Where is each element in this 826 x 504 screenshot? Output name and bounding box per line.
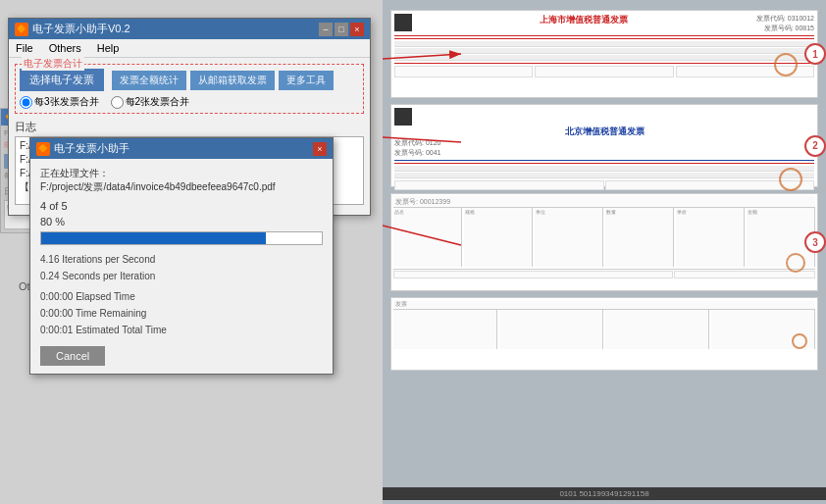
invoice-section: 电子发票合计 选择电子发票 发票全额统计 从邮箱获取发票 更多工具 每3张发票合…: [15, 64, 364, 114]
maximize-button[interactable]: □: [335, 23, 348, 36]
titlebar-controls: – □ ×: [319, 23, 364, 36]
inv-4-col-1: [393, 310, 497, 349]
log-label: 日志: [15, 120, 364, 134]
current-file: F:/project/发票/data4/invoice4b49dbeefeea9…: [40, 181, 276, 192]
invoice-row-1: 上海市增值税普通发票 发票代码: 0310012 发票号码: 00815: [390, 10, 818, 98]
progress-content: 正在处理文件： F:/project/发票/data4/invoice4b49d…: [30, 159, 333, 374]
inv-line-3: [394, 55, 814, 61]
fetch-button[interactable]: 从邮箱获取发票: [190, 71, 275, 90]
left-panel: 🔶 电子发票小助手 File Othe... 电子发票 选择电子发票 每3张 日…: [0, 0, 383, 504]
invoice-1-title: 上海市增值税普通发票: [412, 14, 756, 26]
titlebar-left: 🔶 电子发票小助手V0.2: [15, 22, 130, 36]
invoice-thumb-1: 上海市增值税普通发票 发票代码: 0310012 发票号码: 00815: [390, 10, 818, 98]
minimize-button[interactable]: –: [319, 23, 333, 36]
tools-button[interactable]: 更多工具: [279, 71, 334, 90]
radio-3[interactable]: [20, 96, 32, 109]
processing-label: 正在处理文件：: [40, 168, 109, 178]
inv-4-col-2: [499, 310, 603, 349]
progress-titlebar: 🔶 电子发票小助手 ×: [30, 138, 333, 159]
invoice-1-header: 上海市增值税普通发票 发票代码: 0310012 发票号码: 00815: [394, 14, 814, 33]
inv-3-col-3: 单位: [535, 208, 603, 267]
invoice-3-header: 发票号: 00012399: [393, 196, 815, 208]
progress-titlebar-left: 🔶 电子发票小助手: [36, 141, 129, 156]
invoice-2-title: 北京增值税普通发票: [394, 126, 814, 138]
menubar: File Others Help: [9, 39, 370, 58]
sec-per-iter: 0.24 Seconds per Iteration: [40, 268, 323, 284]
estimated-time: 0:00:01 Estimated Total Time: [40, 322, 323, 338]
inv-2-qr: [394, 108, 412, 126]
inv-3-col-4: 数量: [605, 208, 674, 267]
invoice-row-2: 北京增值税普通发票 发票代码: 0120 发票号码: 0041: [390, 104, 818, 187]
invoice-2-lines: [394, 163, 814, 178]
progress-bar-container: [40, 231, 323, 245]
bottom-status-bar: 0101 5011993491291158: [383, 487, 826, 500]
invoice-3-inner: 发票号: 00012399 品名 规格 单位 数量 单价 金额: [391, 194, 817, 280]
invoice-3-columns: 品名 规格 单位 数量 单价 金额: [393, 208, 815, 267]
radio-row: 每3张发票合并 每2张发票合并: [20, 95, 359, 109]
inv-3-col-5: 单价: [676, 208, 745, 267]
progress-window: 🔶 电子发票小助手 × 正在处理文件： F:/project/发票/data4/…: [29, 137, 334, 375]
inv-1-cell-2: [535, 66, 673, 77]
invoice-section-label: 电子发票合计: [22, 57, 84, 71]
inv-2-cell-1: [394, 180, 604, 190]
progress-percent: 80 %: [40, 216, 323, 227]
remaining-time: 0:00:00 Time Remaining: [40, 305, 323, 322]
invoice-4-inner: 发票: [391, 298, 817, 351]
top-btn-row: 选择电子发票 发票全额统计 从邮箱获取发票 更多工具: [20, 69, 359, 91]
inv-line-2: [394, 48, 814, 54]
invoice-4-header: 发票: [393, 300, 815, 310]
cancel-button[interactable]: Cancel: [40, 346, 105, 366]
invoice-3-line: [393, 269, 815, 270]
inv-4-col-3: [605, 310, 709, 349]
inv-2-line-1: [394, 166, 814, 172]
radio-2[interactable]: [111, 96, 124, 109]
badge-1: 1: [804, 43, 826, 65]
invoice-3-stamp: [786, 253, 805, 273]
invoice-1-inner: 上海市增值税普通发票 发票代码: 0310012 发票号码: 00815: [391, 11, 817, 80]
inv-3-col-1: 品名: [393, 208, 462, 267]
stats-button[interactable]: 发票全额统计: [112, 71, 186, 90]
invoice-1-meta: 发票代码: 0310012 发票号码: 00815: [756, 14, 814, 33]
inv-1-cell-1: [394, 66, 533, 77]
invoice-2-inner: 北京增值税普通发票 发票代码: 0120 发票号码: 0041: [391, 105, 817, 193]
menu-others[interactable]: Others: [46, 41, 84, 55]
invoice-thumb-3: 发票号: 00012399 品名 规格 单位 数量 单价 金额: [390, 193, 818, 291]
iter-per-sec: 4.16 Iterations per Second: [40, 251, 323, 268]
bottom-bar-text: 0101 5011993491291158: [559, 489, 648, 498]
invoice-thumb-2: 北京增值税普通发票 发票代码: 0120 发票号码: 0041: [390, 104, 818, 187]
invoice-2-stamp: [779, 168, 802, 191]
progress-app-icon: 🔶: [36, 142, 50, 156]
invoice-4-stamp: [792, 333, 807, 349]
menu-help[interactable]: Help: [94, 41, 123, 55]
progress-time: 0:00:00 Elapsed Time 0:00:00 Time Remain…: [40, 288, 323, 338]
inv-3-cell-1: [393, 271, 673, 278]
app-icon: 🔶: [15, 23, 28, 36]
invoice-1-redline-2: [394, 63, 814, 64]
invoice-row-3: 发票号: 00012399 品名 规格 单位 数量 单价 金额: [390, 193, 818, 291]
progress-stats: 4.16 Iterations per Second 0.24 Seconds …: [40, 251, 323, 284]
progress-bar-fill: [41, 232, 266, 244]
inv-2-line-2: [394, 173, 814, 178]
inv-3-col-2: 规格: [464, 208, 533, 267]
close-button[interactable]: ×: [350, 23, 364, 36]
invoice-1-bottom: [394, 66, 814, 77]
radio-2-label[interactable]: 每2张发票合并: [111, 95, 190, 109]
progress-title: 电子发票小助手: [54, 141, 129, 156]
invoice-2-bottom: [394, 180, 814, 190]
invoice-4-columns: [393, 310, 815, 349]
invoice-3-bottom: [393, 271, 815, 278]
invoice-2-header: 北京增值税普通发票 发票代码: 0120 发票号码: 0041: [394, 108, 814, 158]
progress-close-button[interactable]: ×: [313, 142, 327, 156]
window-title: 电子发票小助手V0.2: [32, 22, 130, 36]
badge-3: 3: [804, 231, 826, 253]
select-invoice-button[interactable]: 选择电子发票: [20, 69, 104, 91]
radio-3-label[interactable]: 每3张发票合并: [20, 95, 99, 109]
menu-file[interactable]: File: [13, 41, 36, 55]
badge-2: 2: [804, 135, 826, 157]
inv-line-1: [394, 41, 814, 47]
inv-1-qr: [394, 14, 412, 31]
invoice-2-blueline: [394, 160, 814, 161]
invoice-1-stamp: [774, 53, 798, 76]
invoice-thumb-4: 发票: [390, 297, 818, 371]
progress-file: 正在处理文件： F:/project/发票/data4/invoice4b49d…: [40, 167, 323, 194]
